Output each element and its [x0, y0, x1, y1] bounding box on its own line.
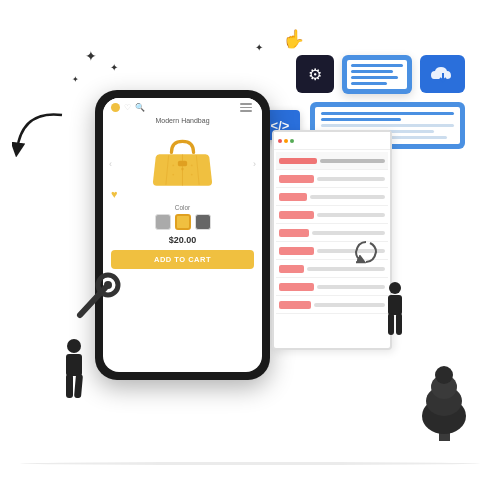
- svg-point-26: [435, 366, 453, 384]
- prev-arrow-icon: ‹: [109, 159, 112, 169]
- phone-mockup: ♡ 🔍 Modern Handbag ‹: [95, 90, 270, 380]
- table-row: [276, 206, 388, 224]
- svg-rect-20: [388, 313, 394, 335]
- search-small-icon: 🔍: [135, 103, 145, 112]
- table-cell-red: [279, 193, 307, 201]
- color-label: Color: [103, 204, 262, 211]
- svg-rect-15: [66, 354, 82, 376]
- handbag-image: [145, 134, 220, 194]
- refresh-icon: [352, 238, 380, 271]
- person-right-figure: [380, 280, 410, 354]
- table-cell-line: [310, 195, 385, 199]
- table-cell-line: [314, 303, 385, 307]
- table-header: [274, 132, 390, 150]
- table-cell-red: [279, 211, 314, 219]
- svg-point-8: [172, 174, 174, 176]
- table-row: [276, 278, 388, 296]
- svg-rect-17: [74, 374, 83, 399]
- color-swatch-grey[interactable]: [155, 214, 171, 230]
- hand-icon: 👆: [283, 28, 305, 50]
- color-swatch-yellow[interactable]: [175, 214, 191, 230]
- add-to-cart-button[interactable]: ADD TO CART: [111, 250, 254, 269]
- table-cell-red: [279, 175, 314, 183]
- table-row: [276, 296, 388, 314]
- color-swatches: [103, 214, 262, 230]
- table-cell-red: [279, 301, 311, 309]
- table-row: [276, 170, 388, 188]
- hamburger-icon: [240, 103, 254, 112]
- phone-top-icons: ♡ 🔍: [111, 103, 145, 112]
- table-cell-red: [279, 265, 304, 273]
- next-arrow-icon: ›: [253, 159, 256, 169]
- color-swatch-dark[interactable]: [195, 214, 211, 230]
- header-dot-red: [278, 139, 282, 143]
- sparkle-icon-3: ✦: [72, 75, 79, 84]
- person-left-figure: [52, 336, 97, 420]
- top-cards-row: ⚙: [296, 55, 465, 94]
- table-cell-red: [279, 229, 309, 237]
- sparkle-icon-4: ✦: [255, 42, 263, 53]
- svg-point-5: [181, 168, 184, 171]
- table-row: [276, 152, 388, 170]
- heart-icon: ♡: [124, 103, 131, 112]
- gear-icon: ⚙: [308, 65, 322, 84]
- svg-rect-19: [388, 295, 402, 315]
- tree-decoration: [417, 351, 472, 455]
- phone-top-bar: ♡ 🔍: [103, 98, 262, 115]
- sparkle-icon-2: ✦: [110, 62, 118, 73]
- product-title: Modern Handbag: [103, 115, 262, 126]
- table-rows: [274, 150, 390, 316]
- sparkle-icon-1: ✦: [85, 48, 97, 64]
- svg-point-6: [172, 164, 174, 166]
- svg-rect-10: [178, 161, 187, 167]
- ground-shadow: [20, 462, 480, 465]
- wrench-icon: [75, 270, 135, 329]
- document-lines: [351, 64, 403, 85]
- svg-point-14: [67, 339, 81, 353]
- header-dot-green: [290, 139, 294, 143]
- table-row: [276, 188, 388, 206]
- header-dot-orange: [284, 139, 288, 143]
- table-cell-line: [317, 177, 385, 181]
- gear-card: ⚙: [296, 55, 334, 93]
- phone-screen: ♡ 🔍 Modern Handbag ‹: [103, 98, 262, 372]
- product-price: $20.00: [103, 235, 262, 245]
- arrow-icon: [12, 105, 67, 164]
- svg-rect-16: [66, 374, 73, 398]
- svg-point-13: [104, 281, 112, 289]
- product-image-area: ‹: [103, 126, 262, 202]
- table-cell-line: [317, 213, 385, 217]
- main-scene: ✦ ✦ ✦ ✦ 👆 ⚙: [0, 0, 500, 500]
- document-card: [342, 55, 412, 94]
- cloud-card: [420, 55, 465, 93]
- table-cell-red: [279, 247, 314, 255]
- svg-point-18: [389, 282, 401, 294]
- cart-icon: [111, 103, 120, 112]
- svg-point-9: [191, 174, 193, 176]
- svg-point-7: [191, 164, 193, 166]
- table-cell-red: [279, 283, 314, 291]
- svg-rect-21: [396, 313, 402, 335]
- table-cell-line: [312, 231, 385, 235]
- table-cell-line: [317, 285, 385, 289]
- favorite-heart-icon: ♥: [111, 188, 118, 200]
